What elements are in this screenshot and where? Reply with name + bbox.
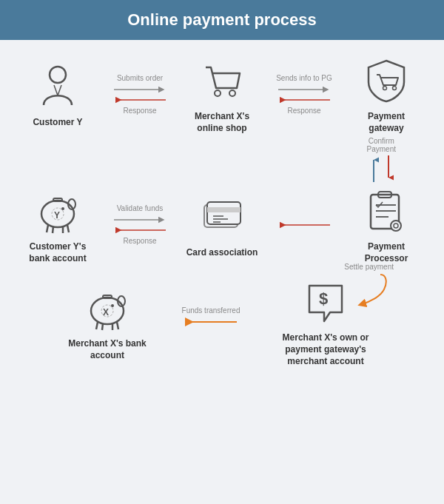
merchant-bank-label: Merchant X's bank account bbox=[67, 338, 148, 361]
sends-info-label: Sends info to PG bbox=[276, 74, 332, 83]
svg-rect-26 bbox=[207, 202, 240, 224]
up-arrow bbox=[369, 155, 379, 182]
svg-line-18 bbox=[53, 226, 53, 233]
svg-line-43 bbox=[96, 322, 98, 329]
left-arrow-1 bbox=[114, 95, 166, 105]
page-title: Online payment process bbox=[0, 0, 444, 40]
validate-funds-label: Validate funds bbox=[117, 204, 164, 213]
arrow-order-block: Submits order bbox=[107, 74, 173, 115]
response-label-3: Response bbox=[123, 237, 156, 245]
settle-payment-label: Settle payment bbox=[344, 263, 394, 271]
svg-rect-27 bbox=[207, 207, 240, 212]
svg-point-9 bbox=[383, 87, 387, 90]
confirm-payment-block: ConfirmPayment bbox=[367, 137, 396, 182]
submits-order-label: Submits order bbox=[117, 74, 163, 83]
row-1: Customer Y Submits order bbox=[15, 55, 429, 134]
left-arrow-2 bbox=[278, 95, 330, 105]
funds-transferred-label: Funds transferred bbox=[182, 306, 240, 315]
svg-point-10 bbox=[393, 87, 397, 90]
main-container: Online payment process Custo bbox=[0, 0, 444, 504]
confirm-payment-section: ConfirmPayment bbox=[15, 137, 429, 182]
svg-line-20 bbox=[67, 225, 69, 232]
node-payment-processor: Payment Processor bbox=[349, 185, 423, 264]
card-association-label: Card association bbox=[186, 247, 258, 259]
arrow-funds-block: Funds transferred bbox=[178, 306, 244, 337]
svg-point-0 bbox=[50, 67, 66, 83]
row-2: Y Customer Y's bank account Validate fun… bbox=[15, 185, 429, 264]
processor-label: Payment Processor bbox=[349, 241, 423, 264]
vertical-arrows bbox=[369, 155, 394, 182]
arrow-info-block: Sends info to PG bbox=[271, 74, 337, 115]
row-3: X Merchant X's bank account Funds transf… bbox=[15, 276, 429, 367]
down-arrow bbox=[383, 155, 394, 182]
svg-line-44 bbox=[102, 323, 103, 330]
svg-point-37 bbox=[391, 221, 401, 231]
content-area: Customer Y Submits order bbox=[0, 40, 444, 374]
customer-y-label: Customer Y bbox=[33, 117, 82, 129]
svg-line-2 bbox=[58, 85, 61, 95]
response-label-1: Response bbox=[123, 107, 156, 115]
svg-line-17 bbox=[47, 225, 48, 232]
empty-label bbox=[303, 209, 306, 218]
node-bank-account: Y Customer Y's bank account bbox=[21, 185, 95, 264]
customer-icon bbox=[32, 61, 84, 112]
arrow-validate-block: Validate funds bbox=[107, 204, 173, 245]
response-label-2: Response bbox=[287, 107, 320, 115]
row-3-wrapper: Settle payment bbox=[15, 276, 429, 367]
node-customer-y: Customer Y bbox=[21, 61, 95, 129]
svg-line-46 bbox=[117, 322, 118, 329]
merchant-bank-icon: X bbox=[81, 282, 133, 334]
svg-text:$: $ bbox=[319, 289, 328, 308]
card-icon bbox=[196, 191, 248, 243]
payment-gateway-label: Payment gateway bbox=[349, 111, 423, 134]
left-arrow-3 bbox=[114, 225, 166, 235]
confirm-payment-label: ConfirmPayment bbox=[367, 137, 396, 153]
right-arrow-3 bbox=[114, 215, 166, 225]
merchant-account-label: Merchant X's own or payment gateway's me… bbox=[274, 332, 377, 367]
node-merchant-account: $ Merchant X's own or payment gateway's … bbox=[274, 276, 377, 367]
svg-line-1 bbox=[54, 85, 58, 95]
node-card-association: Card association bbox=[185, 191, 259, 259]
svg-point-6 bbox=[229, 90, 235, 96]
arrow-processor-block bbox=[271, 209, 337, 240]
left-arrow-funds bbox=[185, 317, 237, 327]
empty-bottom bbox=[303, 232, 306, 240]
merchant-account-icon: $ bbox=[300, 276, 352, 328]
payment-gateway-icon bbox=[360, 55, 412, 107]
right-arrow-1 bbox=[114, 84, 166, 95]
svg-point-5 bbox=[215, 90, 221, 96]
merchant-label: Merchant X's online shop bbox=[185, 111, 259, 134]
node-merchant-online: Merchant X's online shop bbox=[185, 55, 259, 134]
node-payment-gateway: Payment gateway bbox=[349, 55, 423, 134]
node-merchant-bank: X Merchant X's bank account bbox=[67, 282, 148, 361]
processor-icon bbox=[360, 185, 412, 237]
left-arrow-4 bbox=[278, 220, 330, 230]
bank-account-label: Customer Y's bank account bbox=[21, 241, 95, 264]
svg-point-15 bbox=[61, 207, 64, 210]
right-arrow-2 bbox=[278, 84, 330, 95]
bank-icon: Y bbox=[32, 185, 84, 237]
svg-point-41 bbox=[111, 304, 114, 307]
merchant-icon bbox=[196, 55, 248, 107]
